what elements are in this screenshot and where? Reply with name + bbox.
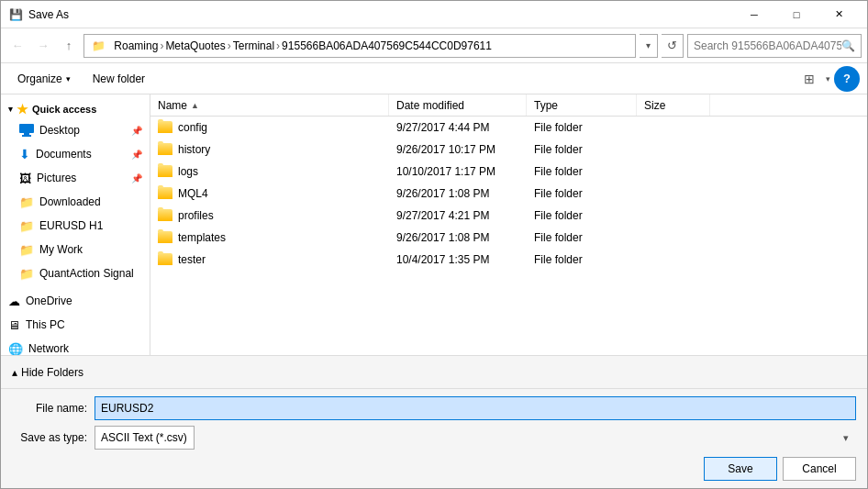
- file-name-text: templates: [178, 231, 226, 244]
- file-cell-type: File folder: [527, 249, 637, 270]
- footer: File name: Save as type: ASCII Text (*.c…: [1, 388, 867, 488]
- file-cell-name: MQL4: [150, 183, 389, 204]
- view-chevron-icon: ▾: [826, 74, 830, 83]
- file-header: Name ▲ Date modified Type Size: [150, 94, 867, 117]
- up-button[interactable]: ↑: [58, 35, 80, 57]
- back-button[interactable]: ←: [6, 35, 28, 57]
- table-row[interactable]: config 9/27/2017 4:44 PM File folder: [150, 117, 867, 139]
- sidebar-desktop-label: Desktop: [39, 124, 80, 137]
- sidebar-mywork-label: My Work: [39, 243, 83, 256]
- toolbar: Organize ▾ New folder ⊞ ▾ ?: [1, 63, 867, 94]
- search-input[interactable]: [694, 39, 841, 52]
- file-name-text: history: [178, 143, 210, 156]
- new-folder-label: New folder: [93, 72, 145, 85]
- minimize-button[interactable]: ─: [733, 1, 775, 28]
- svg-rect-1: [24, 133, 29, 135]
- new-folder-button[interactable]: New folder: [83, 67, 154, 91]
- quantaction-folder-icon: 📁: [19, 267, 34, 281]
- sidebar-item-mywork[interactable]: 📁 My Work: [1, 238, 150, 261]
- folder-icon: [158, 231, 172, 243]
- col-date-label: Date modified: [396, 99, 464, 112]
- sidebar-quantaction-label: QuantAction Signal: [39, 267, 134, 280]
- filename-row: File name:: [12, 396, 856, 420]
- search-box[interactable]: 🔍: [687, 34, 862, 58]
- address-path[interactable]: 📁 Roaming › MetaQuotes › Terminal › 9155…: [83, 34, 636, 58]
- file-cell-size: [637, 117, 710, 138]
- filetype-row: Save as type: ASCII Text (*.csv): [12, 426, 856, 450]
- sidebar-eurusd-label: EURUSD H1: [39, 219, 103, 232]
- downloaded-folder-icon: 📁: [19, 195, 34, 209]
- col-header-name[interactable]: Name ▲: [150, 94, 389, 116]
- file-name-text: MQL4: [178, 187, 208, 200]
- file-name-text: profiles: [178, 209, 214, 222]
- pin-icon-documents: 📌: [131, 150, 142, 160]
- file-cell-date: 9/26/2017 10:17 PM: [389, 139, 527, 160]
- sidebar-thispc-label: This PC: [26, 318, 65, 331]
- pin-icon-pictures: 📌: [131, 173, 142, 183]
- organize-button[interactable]: Organize ▾: [8, 67, 80, 91]
- file-cell-type: File folder: [527, 139, 637, 160]
- sidebar-item-downloaded[interactable]: 📁 Downloaded: [1, 190, 150, 214]
- col-header-date[interactable]: Date modified: [389, 94, 527, 116]
- window-controls: ─ □ ✕: [733, 1, 860, 28]
- help-button[interactable]: ?: [834, 66, 860, 92]
- file-area: Name ▲ Date modified Type Size config: [150, 94, 867, 355]
- table-row[interactable]: tester 10/4/2017 1:35 PM File folder: [150, 249, 867, 271]
- col-header-type[interactable]: Type: [527, 94, 637, 116]
- pictures-icon: 🖼: [19, 172, 31, 185]
- table-row[interactable]: MQL4 9/26/2017 1:08 PM File folder: [150, 183, 867, 205]
- filetype-select-wrap: ASCII Text (*.csv): [95, 426, 856, 450]
- sidebar-item-network[interactable]: 🌐 Network: [1, 337, 150, 355]
- hide-folders-button[interactable]: ▴ Hide Folders: [8, 362, 87, 383]
- sidebar-item-pictures[interactable]: 🖼 Pictures 📌: [1, 166, 150, 190]
- file-cell-name: history: [150, 139, 389, 160]
- close-button[interactable]: ✕: [818, 1, 860, 28]
- maximize-button[interactable]: □: [775, 1, 818, 28]
- sidebar-item-onedrive[interactable]: ☁ OneDrive: [1, 289, 150, 313]
- svg-rect-2: [22, 135, 31, 137]
- file-cell-date: 10/10/2017 1:17 PM: [389, 161, 527, 182]
- path-seg-metaquotes: MetaQuotes: [165, 39, 225, 52]
- titlebar: 💾 Save As ─ □ ✕: [1, 1, 867, 28]
- filetype-select[interactable]: ASCII Text (*.csv): [95, 426, 195, 450]
- path-seg-roaming: Roaming: [114, 39, 158, 52]
- file-cell-name: profiles: [150, 205, 389, 226]
- cancel-button[interactable]: Cancel: [783, 457, 856, 481]
- address-dropdown[interactable]: ▾: [640, 34, 658, 58]
- sidebar-item-desktop[interactable]: Desktop 📌: [1, 118, 150, 142]
- sidebar-item-thispc[interactable]: 🖥 This PC: [1, 313, 150, 337]
- file-cell-size: [637, 249, 710, 270]
- table-row[interactable]: logs 10/10/2017 1:17 PM File folder: [150, 161, 867, 183]
- save-button[interactable]: Save: [704, 457, 777, 481]
- col-name-label: Name: [158, 99, 187, 112]
- file-cell-name: tester: [150, 249, 389, 270]
- sidebar-item-documents[interactable]: ⬇ Documents 📌: [1, 142, 150, 166]
- sidebar-section-quick-access[interactable]: ▾ ★ Quick access: [1, 98, 150, 118]
- desktop-icon: [19, 124, 34, 137]
- sidebar-item-eurusd[interactable]: 📁 EURUSD H1: [1, 214, 150, 238]
- table-row[interactable]: profiles 9/27/2017 4:21 PM File folder: [150, 205, 867, 227]
- file-cell-date: 9/27/2017 4:21 PM: [389, 205, 527, 226]
- onedrive-icon: ☁: [8, 295, 20, 308]
- dialog-icon: 💾: [8, 7, 23, 22]
- filename-input[interactable]: [95, 396, 856, 420]
- hide-folders-label: Hide Folders: [21, 366, 83, 379]
- file-cell-size: [637, 139, 710, 160]
- file-cell-type: File folder: [527, 183, 637, 204]
- sidebar-item-quantaction[interactable]: 📁 QuantAction Signal: [1, 261, 150, 285]
- file-cell-type: File folder: [527, 117, 637, 138]
- filename-label: File name:: [12, 402, 95, 415]
- file-cell-name: templates: [150, 227, 389, 248]
- network-icon: 🌐: [8, 342, 23, 356]
- folder-icon: [158, 165, 172, 177]
- hide-folders-chevron-icon: ▴: [12, 366, 17, 379]
- view-button[interactable]: ⊞: [796, 67, 822, 91]
- refresh-button[interactable]: ↺: [662, 34, 684, 58]
- col-header-size[interactable]: Size: [637, 94, 710, 116]
- forward-button[interactable]: →: [32, 35, 54, 57]
- table-row[interactable]: history 9/26/2017 10:17 PM File folder: [150, 139, 867, 161]
- sort-arrow-icon: ▲: [191, 101, 199, 110]
- file-cell-type: File folder: [527, 227, 637, 248]
- save-as-dialog: 💾 Save As ─ □ ✕ ← → ↑ 📁 Roaming › MetaQu…: [0, 0, 868, 489]
- table-row[interactable]: templates 9/26/2017 1:08 PM File folder: [150, 227, 867, 249]
